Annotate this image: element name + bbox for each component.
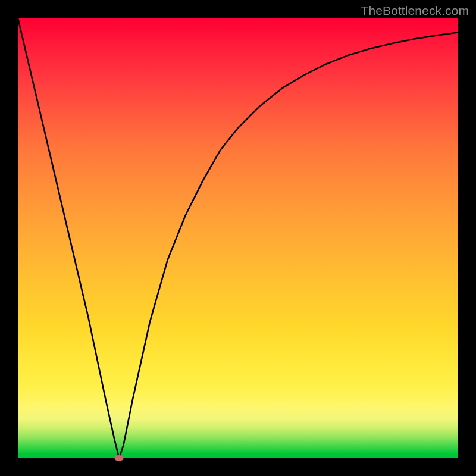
watermark-label: TheBottleneck.com	[361, 4, 469, 18]
bottleneck-curve	[18, 18, 458, 458]
optimal-point-marker	[115, 455, 124, 461]
plot-area	[18, 18, 458, 458]
chart-frame: TheBottleneck.com	[0, 0, 476, 476]
